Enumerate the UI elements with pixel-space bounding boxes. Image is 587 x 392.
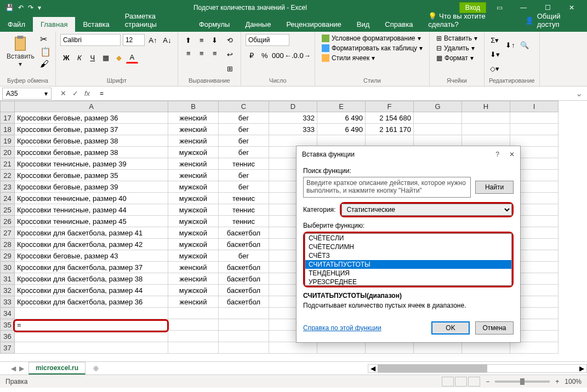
conditional-formatting-button[interactable]: Условное форматирование▾ <box>320 34 425 43</box>
tab-help[interactable]: Справка <box>377 17 420 32</box>
align-top-icon[interactable]: ⬆ <box>183 34 195 46</box>
table-row[interactable]: 18Кроссовки беговые, размер 37женскийбег… <box>1 124 558 135</box>
zoom-out-icon[interactable]: − <box>486 378 489 385</box>
border-icon[interactable]: ▦ <box>100 51 112 64</box>
tab-file[interactable]: Файл <box>0 17 33 32</box>
col-header[interactable]: F <box>366 101 414 112</box>
font-name-select[interactable] <box>60 34 121 46</box>
clear-icon[interactable]: ◇▾ <box>489 62 501 74</box>
align-right-icon[interactable]: ≡ <box>209 47 221 59</box>
number-format-select[interactable] <box>246 34 289 46</box>
cut-icon[interactable]: ✂ <box>40 34 51 44</box>
copy-icon[interactable]: 📋 <box>40 47 51 57</box>
align-bottom-icon[interactable]: ⬇ <box>209 34 221 46</box>
row-header[interactable]: 28 <box>1 239 15 250</box>
row-header[interactable]: 36 <box>1 331 15 342</box>
tab-data[interactable]: Данные <box>237 17 278 32</box>
percent-icon[interactable]: % <box>259 49 271 61</box>
col-header[interactable]: C <box>219 101 269 112</box>
help-link[interactable]: Справка по этой функции <box>303 324 381 332</box>
table-row[interactable]: 19Кроссовки беговые, размер 38женскийбег <box>1 135 558 147</box>
tab-insert[interactable]: Вставка <box>75 17 117 32</box>
row-header[interactable]: 33 <box>1 296 15 308</box>
row-header[interactable]: 31 <box>1 273 15 285</box>
row-header[interactable]: 34 <box>1 308 15 319</box>
dialog-close-icon[interactable]: ✕ <box>509 151 515 158</box>
cancel-button[interactable]: Отмена <box>475 321 514 335</box>
table-row[interactable]: 17Кроссовки беговые, размер 36женскийбег… <box>1 112 558 124</box>
pagebreak-view-icon[interactable] <box>468 377 480 387</box>
col-header[interactable]: A <box>15 101 168 112</box>
function-listbox[interactable]: СЧЁТЕСЛИСЧЁТЕСЛИМНСЧЁТЗСЧИТАТЬПУСТОТЫТЕН… <box>305 233 512 286</box>
align-center-icon[interactable]: ≡ <box>196 47 208 59</box>
row-header[interactable]: 19 <box>1 135 15 147</box>
row-header[interactable]: 30 <box>1 262 15 273</box>
fill-color-icon[interactable]: ◆ <box>113 51 125 64</box>
row-header[interactable]: 24 <box>1 193 15 204</box>
formula-input[interactable] <box>96 88 571 100</box>
function-item[interactable]: СЧЁТЕСЛИМН <box>305 243 511 251</box>
comma-icon[interactable]: 000 <box>272 49 284 61</box>
tab-home[interactable]: Главная <box>33 17 75 32</box>
format-as-table-button[interactable]: Форматировать как таблицу▾ <box>320 44 425 53</box>
col-header[interactable]: H <box>462 101 510 112</box>
merge-icon[interactable]: ⊞ <box>224 62 236 74</box>
horizontal-scrollbar[interactable]: ◀▶ <box>368 364 587 373</box>
function-item[interactable]: УРЕЗСРЕДНЕЕ <box>305 278 511 286</box>
zoom-slider[interactable] <box>495 381 550 383</box>
col-header[interactable]: E <box>317 101 366 112</box>
align-left-icon[interactable]: ≡ <box>183 47 195 59</box>
tellme[interactable]: 💡 Что вы хотите сделать? <box>420 9 517 32</box>
autosum-icon[interactable]: Σ▾ <box>489 34 501 46</box>
decrease-font-icon[interactable]: A↓ <box>161 34 173 46</box>
row-header[interactable]: 35 <box>1 319 15 331</box>
increase-font-icon[interactable]: A↑ <box>147 34 159 46</box>
ok-button[interactable]: OK <box>431 321 470 335</box>
cancel-formula-icon[interactable]: ✕ <box>58 89 68 97</box>
tab-formulas[interactable]: Формулы <box>191 17 238 32</box>
tab-review[interactable]: Рецензирование <box>278 17 349 32</box>
zoom-level[interactable]: 100% <box>565 378 582 385</box>
insert-cells-button[interactable]: ⊞ Вставить▾ <box>434 34 480 43</box>
col-header[interactable]: I <box>510 101 558 112</box>
wrap-text-icon[interactable]: ↩ <box>224 48 236 60</box>
underline-button[interactable]: Ч <box>87 51 99 64</box>
cell-styles-button[interactable]: Стили ячеек▾ <box>320 54 425 62</box>
save-icon[interactable]: 💾 <box>5 4 14 11</box>
delete-cells-button[interactable]: ⊟ Удалить▾ <box>434 44 480 53</box>
row-header[interactable]: 17 <box>1 112 15 124</box>
align-middle-icon[interactable]: ≡ <box>196 34 208 46</box>
pagelayout-view-icon[interactable] <box>455 377 467 387</box>
format-cells-button[interactable]: ▦ Формат▾ <box>434 54 480 62</box>
sheet-tab[interactable]: microexcel.ru <box>29 362 86 374</box>
table-row[interactable]: 37 <box>1 342 558 354</box>
fx-icon[interactable]: fx <box>82 89 92 97</box>
row-header[interactable]: 20 <box>1 147 15 158</box>
add-sheet-icon[interactable]: ⊕ <box>90 365 102 372</box>
row-header[interactable]: 25 <box>1 204 15 216</box>
paste-button[interactable]: Вставить▾ <box>4 34 37 69</box>
expand-formula-icon[interactable]: ⌄ <box>571 88 587 99</box>
share-button[interactable]: 👤 Общий доступ <box>517 12 587 32</box>
bold-button[interactable]: Ж <box>60 51 72 64</box>
row-header[interactable]: 22 <box>1 170 15 181</box>
col-header[interactable]: G <box>414 101 462 112</box>
sort-filter-icon[interactable]: ⬇↑ <box>504 34 516 56</box>
row-header[interactable]: 21 <box>1 158 15 170</box>
font-color-icon[interactable]: A <box>126 51 138 64</box>
col-header[interactable]: B <box>168 101 219 112</box>
row-header[interactable]: 23 <box>1 181 15 193</box>
font-size-select[interactable] <box>123 34 145 46</box>
sheet-nav-next-icon[interactable]: ▶ <box>19 365 24 372</box>
enter-formula-icon[interactable]: ✓ <box>70 89 80 97</box>
redo-icon[interactable]: ↷ <box>28 4 33 11</box>
decrease-decimal-icon[interactable]: .0→ <box>298 49 310 61</box>
row-header[interactable]: 18 <box>1 124 15 135</box>
function-item[interactable]: СЧЁТЕСЛИ <box>305 234 511 243</box>
undo-icon[interactable]: ↶ <box>18 4 24 11</box>
category-select[interactable]: Статистические <box>341 204 512 216</box>
row-header[interactable]: 32 <box>1 285 15 296</box>
name-box[interactable]: A35▾ <box>2 88 52 100</box>
italic-button[interactable]: К <box>73 51 86 64</box>
function-item[interactable]: ТЕНДЕНЦИЯ <box>305 269 511 278</box>
